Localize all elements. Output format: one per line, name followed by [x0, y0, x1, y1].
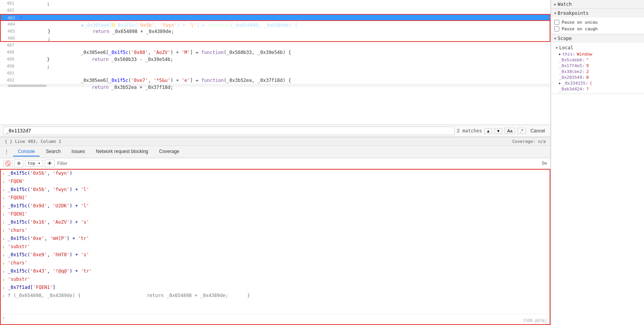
search-cancel-button[interactable]: Cancel	[528, 127, 547, 134]
search-prev-button[interactable]: ▲	[484, 128, 492, 134]
tab-issues[interactable]: Issues	[67, 147, 90, 156]
devtools-menu-button[interactable]: ⋮	[2, 148, 12, 156]
code-line-490: 490 ;	[0, 63, 550, 70]
console-line-7: _0x1f5c('0x16', 'AoZV') + 's'	[0, 218, 550, 226]
scope-this-key: this:	[562, 52, 575, 57]
pause-caught-row: Pause on caugh	[554, 26, 641, 32]
pause-caught-checkbox[interactable]	[554, 26, 559, 31]
main-container: 481 ; 482 _0x305ee6[ _0x1f5c('0x103', 'a…	[0, 0, 644, 325]
pause-uncaught-row: Pause on uncau	[554, 19, 641, 26]
scope-this-item[interactable]: ▶ this: Window	[559, 51, 641, 57]
code-line-483: 483 ▶_0x305ee6[D_0x1f5c('0x5b', 'fwyn') …	[0, 14, 550, 21]
breakpoints-label: Breakpoints	[558, 10, 588, 16]
watch-header[interactable]: ▶ Watch	[551, 0, 644, 9]
scope-item-4: _0x203549: 8	[559, 75, 641, 80]
console-line-6: 'FQEN1'	[0, 210, 550, 218]
scope-item-6: _0xb3d424: ?	[559, 86, 641, 92]
search-regex-button[interactable]: .*	[517, 128, 526, 134]
tab-coverage[interactable]: Coverage	[154, 147, 184, 156]
console-eye-button[interactable]: 👁	[45, 160, 55, 167]
tabs-bar: ⋮ Console Search Issues Network request …	[0, 146, 550, 158]
watch-section: ▶ Watch	[551, 0, 644, 9]
scope-this-expand-icon: ▶	[559, 52, 561, 56]
search-bar: 2 matches ▲ ▼ Aa .* Cancel	[0, 125, 550, 137]
console-line-11: _0x1f5c('0xe9', 'hHT0') + 's'	[0, 251, 550, 259]
console-line-15: _0x7f1ad['FQEN1']	[0, 283, 550, 292]
console-filter-button[interactable]: ⊘	[14, 160, 23, 167]
watch-label: Watch	[558, 2, 572, 7]
scope-key-3: _0x38cbe2:	[559, 69, 585, 74]
local-items: ▶ this: Window _0x5cdeb6: " _0x17f4e5: 9…	[554, 51, 641, 92]
breakpoints-body: Pause on uncau Pause on caugh	[551, 17, 644, 34]
console-area[interactable]: 🚫 ⊘ top ▾ 👁 De _0x1f5c('0x5b', 'fwyn') '…	[0, 158, 550, 325]
console-line-16: f (_0x654898, _0x4389de) { return _0x654…	[0, 292, 550, 314]
search-input[interactable]	[3, 127, 454, 135]
tab-search[interactable]: Search	[41, 147, 65, 156]
scope-this-value: Window	[577, 52, 592, 57]
scope-body: ▼ Local ▶ this: Window _0x5cdeb6: " _0x1…	[551, 43, 644, 94]
scope-val-3: 2	[586, 69, 589, 74]
console-line-5: _0x1f5c('0x9d', 'U2DK') + 'l'	[0, 202, 550, 210]
console-line-14: 'substr'	[0, 275, 550, 283]
local-header[interactable]: ▼ Local	[554, 44, 641, 51]
scope-label: Scope	[558, 36, 572, 41]
console-line-4: 'FQEN1'	[0, 194, 550, 202]
console-prompt[interactable]	[0, 314, 550, 321]
breakpoints-expand-icon: ▼	[554, 12, 556, 15]
code-line-482: 482 _0x305ee6[ _0x1f5c('0x103', 'a12F') …	[0, 7, 550, 14]
console-clear-button[interactable]: 🚫	[3, 160, 13, 167]
tab-console[interactable]: Console	[13, 147, 40, 156]
scope-val-6: ?	[586, 87, 589, 92]
coverage-status: Coverage: n/a	[512, 139, 546, 144]
scope-val-4: 8	[586, 75, 589, 80]
watch-expand-icon: ▶	[554, 3, 556, 6]
console-toolbar: 🚫 ⊘ top ▾ 👁 De	[0, 158, 550, 169]
scope-val-5: (	[590, 81, 592, 86]
pause-uncaught-checkbox[interactable]	[554, 20, 559, 25]
local-expand-icon: ▼	[556, 46, 558, 50]
scope-section: ▼ Scope ▼ Local ▶ this: Window _0x5cdeb6	[551, 34, 644, 94]
console-line-1: _0x1f5c('0x5b', 'fwyn')	[0, 169, 550, 177]
de-label: De	[542, 161, 547, 166]
scope-val-2: 9	[586, 63, 589, 68]
console-line-13: _0x1f5c('0x43', '!@q@') + 'tr'	[0, 267, 550, 275]
console-lines: _0x1f5c('0x5b', 'fwyn') 'FQEN' _0x1f5c('…	[0, 169, 550, 322]
local-label: Local	[559, 45, 573, 50]
console-line-2: 'FQEN'	[0, 177, 550, 186]
breakpoints-section: ▼ Breakpoints Pause on uncau Pause on ca…	[551, 9, 644, 34]
scope-item-3: _0x38cbe2: 2	[559, 69, 641, 75]
editor-panel: 481 ; 482 _0x305ee6[ _0x1f5c('0x103', 'a…	[0, 0, 551, 325]
console-context-label: top ▾	[25, 160, 43, 167]
status-bar: { } Line 483, Column 1 Coverage: n/a	[0, 137, 550, 146]
scope-item-2: _0x17f4e5: 9	[559, 63, 641, 69]
right-panel: ▶ Watch ▼ Breakpoints Pause on uncau Pau…	[551, 0, 644, 325]
scope-key-6: _0xb3d424:	[559, 87, 585, 92]
code-line-481: 481 ;	[0, 0, 550, 7]
console-line-10: 'substr'	[0, 243, 550, 251]
console-line-12: 'chars'	[0, 259, 550, 267]
scope-header[interactable]: ▼ Scope	[551, 34, 644, 43]
code-line-487: 487 _0x305ee6[_0x1f5c('0x80', 'AoZV') + …	[0, 42, 550, 49]
scope-key-4: _0x203549:	[559, 75, 585, 80]
search-case-sensitive-button[interactable]: Aa	[505, 128, 515, 134]
scope-val-1: "	[586, 57, 589, 63]
tab-network-request-blocking[interactable]: Network request blocking	[91, 147, 153, 156]
scrollbar-thumb[interactable]	[8, 85, 47, 87]
console-line-3: _0x1f5c('0x5b', 'fwyn') + 'l'	[0, 186, 550, 194]
pause-caught-label: Pause on caugh	[562, 26, 598, 31]
scope-key-1: _0x5cdeb6:	[559, 57, 585, 63]
breakpoints-header[interactable]: ▼ Breakpoints	[551, 9, 644, 17]
scope-key-2: _0x17f4e5:	[559, 63, 585, 68]
console-line-8: 'chars'	[0, 226, 550, 235]
console-filter-input[interactable]	[56, 160, 103, 167]
code-lines: 481 ; 482 _0x305ee6[ _0x1f5c('0x103', 'a…	[0, 0, 550, 84]
scope-expand-icon: ▼	[554, 37, 556, 40]
search-next-button[interactable]: ▼	[494, 128, 502, 134]
watermark: CSDN @轩辕/	[523, 318, 547, 323]
console-prompt-input[interactable]	[8, 315, 547, 320]
scope-item-5[interactable]: ▶ _0x334155: (	[559, 80, 641, 86]
search-matches: 2 matches	[457, 128, 482, 134]
scope-item-1: _0x5cdeb6: "	[559, 57, 641, 63]
code-area[interactable]: 481 ; 482 _0x305ee6[ _0x1f5c('0x103', 'a…	[0, 0, 550, 125]
code-line-486: 486 ;	[0, 35, 550, 42]
